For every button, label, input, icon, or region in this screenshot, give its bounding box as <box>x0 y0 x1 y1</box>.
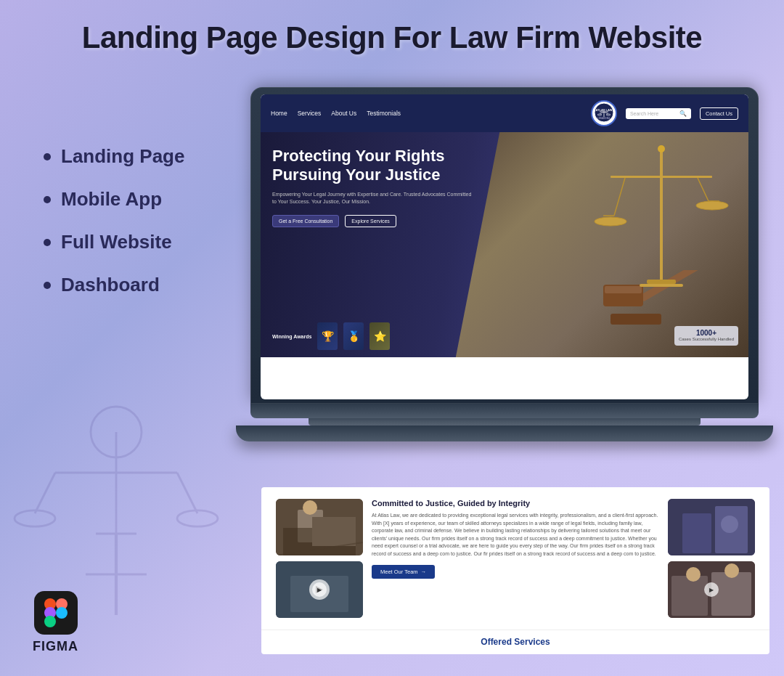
contact-us-button[interactable]: Contact Us <box>700 107 738 120</box>
meet-team-button[interactable]: Meet Our Team → <box>372 565 435 579</box>
about-text-content: Committed to Justice, Guided by Integrit… <box>372 499 659 618</box>
about-image-1 <box>276 499 363 555</box>
svg-point-57 <box>724 563 739 578</box>
laptop-mockup: Home Services About Us Testimonials ATLA… <box>240 87 769 441</box>
hero-buttons: Get a Free Consultation Explore Services <box>272 215 475 227</box>
svg-rect-50 <box>682 513 711 553</box>
awards-label: Winning Awards <box>272 334 311 339</box>
svg-point-52 <box>721 516 738 533</box>
about-title: Committed to Justice, Guided by Integrit… <box>372 499 659 508</box>
about-images-left: ▶ <box>276 499 363 618</box>
svg-point-25 <box>658 145 665 152</box>
hero-title: Protecting Your Rights Pursuing Your Jus… <box>272 147 475 185</box>
svg-rect-34 <box>640 284 683 287</box>
lawyer-image <box>276 499 363 555</box>
arrow-right-icon: → <box>421 569 427 575</box>
figma-label: FIGMA <box>33 639 78 654</box>
laptop-base <box>236 425 773 441</box>
search-placeholder: Search Here <box>630 111 677 116</box>
free-consultation-button[interactable]: Get a Free Consultation <box>272 215 339 227</box>
search-icon: 🔍 <box>679 110 687 117</box>
svg-point-41 <box>303 500 317 515</box>
play-button-2[interactable]: ▶ <box>704 582 719 597</box>
about-section: ▶ Committed to Justice, Guided by Integr… <box>261 487 769 630</box>
hero-subtitle: Empowering Your Legal Journey with Exper… <box>272 191 475 206</box>
right-image-1 <box>668 499 755 555</box>
svg-rect-13 <box>44 616 56 627</box>
logo-icon: ATLAS LAW LOGAN HILL <box>594 102 614 123</box>
play-button[interactable]: ▶ <box>312 582 327 597</box>
svg-point-32 <box>696 201 728 210</box>
services-section: Offered Services <box>261 630 769 652</box>
svg-rect-26 <box>611 176 712 178</box>
svg-rect-55 <box>711 572 751 616</box>
feature-list: Landing Page Mobile App Full Website Das… <box>44 145 184 317</box>
svg-line-29 <box>698 178 709 201</box>
svg-rect-43 <box>312 517 356 546</box>
about-image-2: ▶ <box>276 561 363 618</box>
nav-link-services[interactable]: Services <box>298 110 322 117</box>
laptop-screen: Home Services About Us Testimonials ATLA… <box>261 94 748 399</box>
right-image-2: ▶ <box>668 561 755 618</box>
stats-text: Cases Successfully Handled <box>679 337 734 343</box>
figma-badge: FIGMA <box>33 591 78 654</box>
svg-line-27 <box>614 178 625 216</box>
svg-text:ATLAS LAW: ATLAS LAW <box>595 108 612 112</box>
figma-logo <box>44 598 68 627</box>
nav-search[interactable]: Search Here 🔍 <box>626 108 691 119</box>
hero-section: Protecting Your Rights Pursuing Your Jus… <box>261 132 748 357</box>
page-title: Landing Page Design For Law Firm Website <box>0 20 784 55</box>
scales-of-justice <box>589 136 734 310</box>
hero-content: Protecting Your Rights Pursuing Your Jus… <box>272 147 475 227</box>
list-item-dashboard: Dashboard <box>44 274 184 296</box>
nav-logo: ATLAS LAW LOGAN HILL <box>591 100 617 126</box>
bullet-dot <box>44 153 51 160</box>
laptop-bottom-bar <box>250 404 759 418</box>
award-badge-1: 🏆 <box>317 322 338 350</box>
bullet-dot <box>44 239 51 246</box>
laptop-bezel: Home Services About Us Testimonials ATLA… <box>250 87 759 404</box>
nav-link-testimonials[interactable]: Testimonials <box>367 110 401 117</box>
svg-rect-24 <box>660 150 663 281</box>
award-badge-3: ⭐ <box>369 322 390 350</box>
laptop-hinge <box>309 418 701 425</box>
nav-links: Home Services About Us Testimonials <box>271 110 582 117</box>
svg-rect-38 <box>611 314 661 325</box>
awards-strip: Winning Awards 🏆 🥇 ⭐ <box>272 322 390 350</box>
services-title: Offered Services <box>481 637 550 647</box>
svg-point-31 <box>595 217 626 226</box>
about-images-right: ▶ <box>668 499 755 618</box>
award-badge-2: 🥇 <box>343 322 364 350</box>
svg-line-3 <box>35 473 55 513</box>
list-item-website: Full Website <box>44 231 184 253</box>
svg-point-56 <box>686 567 701 582</box>
explore-services-button[interactable]: Explore Services <box>345 215 396 227</box>
below-laptop-section: ▶ Committed to Justice, Guided by Integr… <box>261 487 769 654</box>
list-item-landing: Landing Page <box>44 145 184 168</box>
laptop-shell: Home Services About Us Testimonials ATLA… <box>250 87 759 441</box>
business-image <box>668 499 755 555</box>
nav-link-about[interactable]: About Us <box>331 110 356 117</box>
website-nav: Home Services About Us Testimonials ATLA… <box>261 94 748 132</box>
figma-icon <box>34 591 78 635</box>
bullet-dot <box>44 282 51 289</box>
about-body: At Atlas Law, we are dedicated to provid… <box>372 512 659 558</box>
svg-rect-54 <box>671 576 708 616</box>
list-item-mobile: Mobile App <box>44 188 184 211</box>
svg-point-14 <box>56 607 68 619</box>
svg-text:LOGAN HILL: LOGAN HILL <box>597 117 611 120</box>
bullet-dot <box>44 196 51 203</box>
svg-rect-33 <box>647 280 676 284</box>
svg-line-4 <box>177 473 197 513</box>
nav-link-home[interactable]: Home <box>271 110 287 117</box>
